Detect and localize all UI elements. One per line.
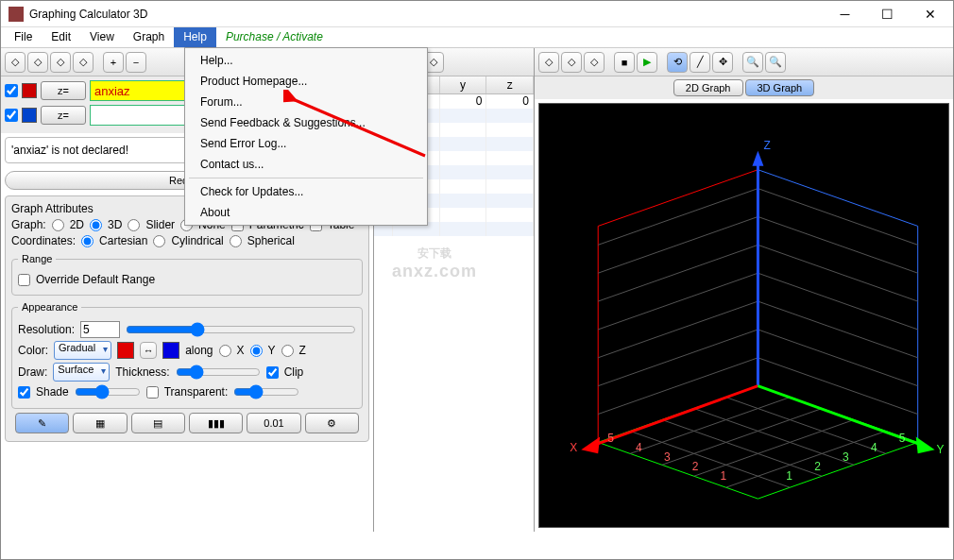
rtool-zoomin-icon[interactable]: 🔍	[742, 52, 763, 73]
coords-label: Coordinates:	[11, 234, 76, 247]
eq2-mode-dropdown[interactable]: z=	[41, 106, 86, 125]
svg-line-9	[758, 330, 917, 386]
graph-2d-radio[interactable]	[52, 219, 64, 231]
svg-line-6	[598, 216, 758, 273]
graph-slider-radio[interactable]	[128, 219, 140, 231]
menu-purchase[interactable]: Purchase / Activate	[216, 27, 332, 47]
menu-file[interactable]: File	[5, 27, 42, 47]
help-item-help[interactable]: Help...	[187, 50, 425, 71]
eq1-enable-checkbox[interactable]	[5, 84, 18, 97]
svg-line-13	[758, 216, 917, 273]
tab-3d-graph[interactable]: 3D Graph	[745, 79, 815, 96]
rtool-1-icon[interactable]: ◇	[538, 52, 559, 73]
svg-line-2	[598, 330, 758, 386]
coords-spherical-radio[interactable]	[230, 235, 242, 247]
svg-line-18	[726, 431, 886, 487]
help-item-contact[interactable]: Contact us...	[187, 154, 425, 175]
rtool-play-icon[interactable]: ▶	[637, 52, 657, 73]
menubar: File Edit View Graph Help Purchase / Act…	[1, 27, 953, 48]
tool-minus-icon[interactable]: −	[126, 52, 146, 73]
tool-export-icon[interactable]: ◇	[73, 52, 94, 73]
svg-line-8	[758, 358, 917, 415]
tab-grid-icon[interactable]: ▦	[73, 413, 127, 433]
shade-slider[interactable]	[75, 384, 141, 399]
app-icon	[9, 7, 24, 22]
draw-label: Draw:	[18, 365, 47, 379]
tab-table-icon[interactable]: ▤	[131, 413, 185, 433]
help-item-errorlog[interactable]: Send Error Log...	[187, 133, 425, 154]
tool-save-icon[interactable]: ◇	[50, 52, 71, 73]
tool-open-icon[interactable]: ◇	[27, 52, 48, 73]
color-mode-dropdown[interactable]: Gradual	[54, 341, 111, 360]
cell-y-1[interactable]: 0	[440, 94, 487, 109]
menu-graph[interactable]: Graph	[124, 27, 174, 47]
eq1-color-chip[interactable]	[22, 83, 37, 98]
help-item-about[interactable]: About	[187, 202, 425, 223]
help-item-forum[interactable]: Forum...	[187, 92, 425, 112]
tab-gear-icon[interactable]: ⚙	[305, 413, 359, 433]
help-item-homepage[interactable]: Product Homepage...	[187, 71, 425, 92]
window-title: Graphing Calculator 3D	[29, 8, 824, 21]
cell-z-1[interactable]: 0	[486, 94, 534, 109]
rtool-rotate-icon[interactable]: ⟲	[667, 52, 688, 73]
help-item-updates[interactable]: Check for Updates...	[187, 181, 425, 202]
rtool-zoomout-icon[interactable]: 🔍	[765, 52, 786, 73]
svg-line-21	[662, 420, 822, 477]
tool-new-icon[interactable]: ◇	[5, 52, 26, 73]
tab-pencil-icon[interactable]: ✎	[15, 413, 69, 433]
rtool-stop-icon[interactable]: ■	[614, 52, 635, 73]
tab-precision-icon[interactable]: 0.01	[247, 413, 300, 433]
eq2-enable-checkbox[interactable]	[5, 109, 18, 122]
color-swatch-red[interactable]	[117, 342, 134, 359]
resolution-slider[interactable]	[126, 322, 356, 337]
color-label: Color:	[18, 344, 48, 357]
menu-help[interactable]: Help	[174, 27, 216, 47]
resolution-input[interactable]	[80, 321, 120, 338]
thickness-label: Thickness:	[115, 365, 169, 379]
minimize-button[interactable]: ─	[824, 2, 866, 26]
svg-marker-28	[916, 436, 935, 453]
svg-line-17	[694, 420, 854, 477]
close-button[interactable]: ✕	[909, 2, 951, 26]
along-z-radio[interactable]	[281, 345, 294, 357]
transparent-slider[interactable]	[233, 384, 299, 399]
graph-canvas-3d[interactable]: Z X Y 54321 12345	[538, 103, 949, 528]
color-swatch-blue[interactable]	[162, 342, 179, 359]
swap-colors-icon[interactable]: ↔	[140, 342, 157, 359]
rtool-pan-icon[interactable]: ✥	[712, 52, 733, 73]
tab-bars-icon[interactable]: ▮▮▮	[189, 413, 243, 433]
bottom-tool-tabs: ✎ ▦ ▤ ▮▮▮ 0.01 ⚙	[15, 413, 359, 433]
axis-z-label: Z	[763, 139, 770, 152]
svg-line-11	[758, 273, 917, 330]
menu-edit[interactable]: Edit	[42, 27, 80, 47]
thickness-slider[interactable]	[176, 365, 261, 380]
svg-line-22	[630, 431, 790, 487]
transparent-checkbox[interactable]	[146, 386, 159, 399]
menu-separator	[189, 178, 423, 178]
along-y-radio[interactable]	[250, 345, 263, 357]
coords-cartesian-radio[interactable]	[81, 235, 94, 247]
draw-mode-dropdown[interactable]: Surface	[53, 363, 110, 382]
menu-view[interactable]: View	[80, 27, 124, 47]
override-range-checkbox[interactable]	[18, 274, 30, 286]
clip-checkbox[interactable]	[266, 366, 279, 379]
svg-text:2: 2	[814, 460, 821, 473]
maximize-button[interactable]: ☐	[866, 2, 909, 26]
coords-cylindrical-radio[interactable]	[153, 235, 165, 247]
help-item-feedback[interactable]: Send Feedback & Suggestions...	[187, 112, 425, 133]
graph-3d-radio[interactable]	[90, 219, 102, 231]
rtool-3-icon[interactable]: ◇	[584, 52, 605, 73]
rtool-line-icon[interactable]: ╱	[690, 52, 710, 73]
along-x-radio[interactable]	[219, 345, 231, 357]
axis-x-label: X	[570, 441, 577, 454]
tab-2d-graph[interactable]: 2D Graph	[673, 79, 743, 96]
svg-text:4: 4	[871, 441, 877, 454]
svg-text:4: 4	[636, 441, 642, 454]
tool-plus-icon[interactable]: +	[103, 52, 124, 73]
eq1-mode-dropdown[interactable]: z=	[41, 81, 86, 100]
rtool-2-icon[interactable]: ◇	[561, 52, 582, 73]
eq2-color-chip[interactable]	[22, 108, 37, 123]
shade-checkbox[interactable]	[18, 386, 30, 399]
svg-line-16	[662, 409, 822, 466]
svg-line-5	[598, 245, 758, 301]
